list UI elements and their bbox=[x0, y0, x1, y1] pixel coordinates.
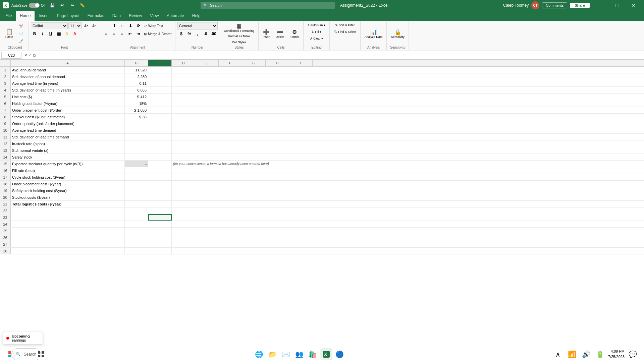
cell-b-13[interactable] bbox=[125, 147, 148, 154]
cell-c-16[interactable] bbox=[148, 167, 172, 174]
cell-a-2[interactable]: Std. deviation of annual demand bbox=[11, 73, 125, 80]
col-header-e[interactable]: E bbox=[195, 60, 219, 66]
cell-a-27[interactable] bbox=[11, 241, 125, 247]
tab-home[interactable]: Home bbox=[16, 11, 35, 21]
cell-a-10[interactable]: Average lead time demand bbox=[11, 127, 125, 133]
cell-b-24[interactable] bbox=[125, 221, 148, 227]
decrease-decimal-button[interactable]: .0 bbox=[202, 30, 209, 38]
tab-automate[interactable]: Automate bbox=[163, 11, 188, 21]
cell-c-4[interactable] bbox=[148, 87, 172, 93]
format-as-table-button[interactable]: Format as Table bbox=[226, 34, 252, 39]
cell-b-5[interactable]: $ 412 bbox=[125, 94, 148, 100]
cell-b-19[interactable] bbox=[125, 187, 148, 194]
font-color-button[interactable]: A bbox=[71, 30, 78, 38]
minimize-button[interactable]: — bbox=[592, 0, 608, 11]
autosave-switch[interactable] bbox=[29, 3, 40, 8]
cell-b-9[interactable] bbox=[125, 120, 148, 127]
tab-help[interactable]: Help bbox=[188, 11, 205, 21]
chevron-up-icon[interactable]: ∧ bbox=[552, 348, 564, 360]
col-header-f[interactable]: F bbox=[219, 60, 242, 66]
save-icon[interactable]: 💾 bbox=[48, 2, 56, 9]
cell-c-3[interactable] bbox=[148, 80, 172, 86]
cell-a-13[interactable]: Std. normal variate (z) bbox=[11, 147, 125, 154]
cell-styles-button[interactable]: Cell Styles bbox=[230, 40, 249, 45]
col-header-a[interactable]: A bbox=[11, 60, 125, 66]
tab-insert[interactable]: Insert bbox=[35, 11, 53, 21]
maximize-button[interactable]: □ bbox=[609, 0, 625, 11]
cell-c-23[interactable] bbox=[148, 214, 172, 221]
analyze-data-button[interactable]: 📊 Analyze Data bbox=[363, 22, 385, 45]
col-header-b[interactable]: B bbox=[125, 60, 148, 66]
cell-a-28[interactable] bbox=[11, 248, 125, 254]
cell-a-22[interactable] bbox=[11, 207, 125, 214]
cell-c-21[interactable] bbox=[148, 201, 172, 207]
decrease-indent-button[interactable]: ⇤ bbox=[126, 30, 134, 38]
orientation-button[interactable]: ⟳ bbox=[135, 22, 142, 29]
align-center-button[interactable]: ≡ bbox=[110, 30, 118, 38]
tab-page-layout[interactable]: Page Layout bbox=[53, 11, 83, 21]
cell-c-7[interactable] bbox=[148, 107, 172, 113]
cell-c-12[interactable] bbox=[148, 140, 172, 147]
cell-c-24[interactable] bbox=[148, 221, 172, 227]
cell-reference[interactable]: C23 bbox=[1, 52, 21, 59]
align-top-button[interactable]: ⬆ bbox=[111, 22, 118, 29]
autosave-toggle[interactable]: AutoSave Off bbox=[11, 3, 46, 8]
paste-button[interactable]: 📋 Paste bbox=[3, 22, 15, 45]
increase-font-button[interactable]: A⁺ bbox=[83, 22, 90, 29]
cell-b-23[interactable] bbox=[125, 214, 148, 221]
time-display[interactable]: 4:09 PM 7/25/2023 bbox=[608, 349, 625, 359]
cell-a-18[interactable]: Order placement cost ($/year) bbox=[11, 181, 125, 187]
cell-a-6[interactable]: Holding cost factor (%/year) bbox=[11, 100, 125, 107]
cell-c-22[interactable] bbox=[148, 207, 172, 214]
cell-b-10[interactable] bbox=[125, 127, 148, 133]
autosum-button[interactable]: Σ AutoSum ▾ bbox=[306, 22, 327, 28]
cell-b-28[interactable] bbox=[125, 248, 148, 254]
cell-b-4[interactable]: 0.035 bbox=[125, 87, 148, 93]
cell-b-6[interactable]: 18% bbox=[125, 100, 148, 107]
sensitivity-button[interactable]: 🔒 Sensitivity bbox=[389, 22, 407, 45]
cell-c-5[interactable] bbox=[148, 94, 172, 100]
share-button[interactable]: Share bbox=[570, 3, 590, 8]
cell-b-12[interactable] bbox=[125, 140, 148, 147]
network-icon[interactable]: 📶 bbox=[566, 348, 578, 360]
underline-button[interactable]: U bbox=[47, 30, 54, 38]
clear-button[interactable]: ✗ Clear ▾ bbox=[308, 36, 325, 42]
cell-b-17[interactable] bbox=[125, 174, 148, 180]
tab-view[interactable]: View bbox=[146, 11, 163, 21]
cell-c-13[interactable] bbox=[148, 147, 172, 154]
insert-button[interactable]: ➕ Insert bbox=[261, 22, 272, 45]
col-header-c[interactable]: C bbox=[148, 60, 172, 66]
cell-b-22[interactable] bbox=[125, 207, 148, 214]
cell-a-20[interactable]: Stockout costs ($/year) bbox=[11, 194, 125, 200]
cut-button[interactable]: ✂️ bbox=[16, 23, 26, 29]
cell-a-3[interactable]: Average lead time (in years) bbox=[11, 80, 125, 86]
cell-a-4[interactable]: Std. deviation of lead time (in years) bbox=[11, 87, 125, 93]
cell-c-28[interactable] bbox=[148, 248, 172, 254]
cell-a-5[interactable]: Unit cost ($) bbox=[11, 94, 125, 100]
cell-c-11[interactable] bbox=[148, 134, 172, 140]
comma-button[interactable]: , bbox=[194, 30, 201, 38]
cell-c-6[interactable] bbox=[148, 100, 172, 107]
cell-a-15[interactable]: Expected stockout quantity per cycle (n(… bbox=[11, 161, 125, 167]
col-header-i[interactable]: I bbox=[289, 60, 313, 66]
cell-a-12[interactable]: In-stock rate (alpha) bbox=[11, 140, 125, 147]
cell-c-26[interactable] bbox=[148, 234, 172, 241]
format-painter-button[interactable]: 🖌️ bbox=[16, 38, 26, 44]
merge-center-button[interactable]: ⊠ Merge & Center bbox=[143, 31, 173, 37]
close-button[interactable]: ✕ bbox=[626, 0, 641, 11]
cell-a-9[interactable]: Order quantity (units/order placement) bbox=[11, 120, 125, 127]
cell-b-26[interactable] bbox=[125, 234, 148, 241]
cell-a-19[interactable]: Safety stock holding cost ($/year) bbox=[11, 187, 125, 194]
wrap-text-button[interactable]: ↵ Wrap Text bbox=[143, 22, 165, 29]
cell-a-11[interactable]: Std. deviation of lead time demand bbox=[11, 134, 125, 140]
cell-b-14[interactable] bbox=[125, 154, 148, 160]
cell-c-20[interactable] bbox=[148, 194, 172, 200]
search-taskbar-button[interactable]: 🔍 Search bbox=[20, 348, 32, 360]
upcoming-toast[interactable]: Upcoming earnings bbox=[3, 332, 43, 345]
cell-c-17[interactable] bbox=[148, 174, 172, 180]
cell-b-27[interactable] bbox=[125, 241, 148, 247]
cell-a-23[interactable] bbox=[11, 214, 125, 221]
explorer-icon[interactable]: 📁 bbox=[267, 348, 279, 360]
cell-b-18[interactable] bbox=[125, 181, 148, 187]
tab-file[interactable]: File bbox=[1, 11, 16, 21]
